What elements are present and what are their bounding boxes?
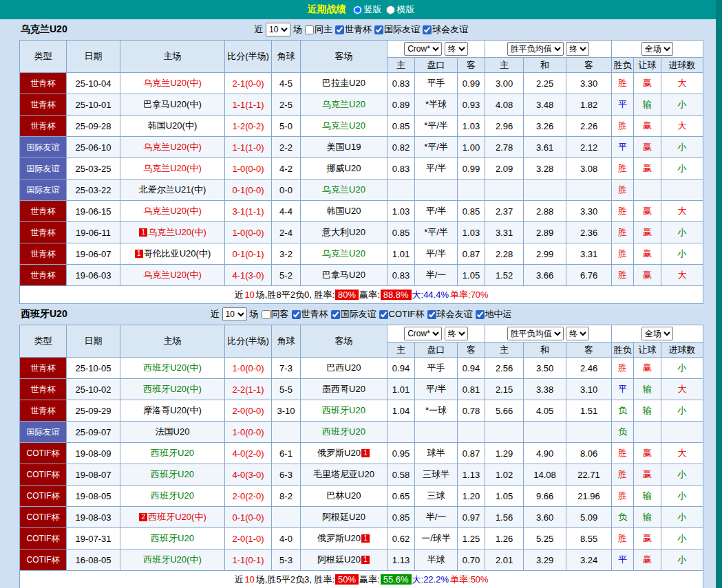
home-team-cell[interactable]: 2西班牙U20(中)	[120, 507, 225, 528]
wdl-average-select[interactable]: 胜平负均值	[507, 327, 564, 340]
home-team-cell[interactable]: 1乌克兰U20(中)	[120, 222, 225, 243]
score-cell[interactable]: 4-0(3-0)	[225, 464, 272, 486]
intl-friendly-checkbox[interactable]	[374, 25, 383, 34]
filter-world-youth-cup[interactable]: 世青杯	[335, 23, 372, 36]
away-team-cell[interactable]: 意大利U20	[301, 222, 387, 243]
filter-world-youth-cup[interactable]: 世青杯	[292, 308, 328, 320]
home-team-cell[interactable]: 西班牙U20	[120, 443, 225, 464]
score-cell[interactable]: 1-1(0-1)	[225, 549, 272, 571]
away-team-cell[interactable]: 乌克兰U20	[301, 94, 387, 116]
filter-club-friendly[interactable]: 球会友谊	[423, 23, 468, 36]
away-team-cell[interactable]: 巴林U20	[301, 486, 387, 507]
filter-cotif-cup[interactable]: COTIF杯	[379, 308, 425, 320]
score-cell[interactable]: 1-0(0-0)	[225, 222, 272, 243]
home-team-cell[interactable]: 巴拿马U20(中)	[120, 94, 225, 116]
world-youth-cup-checkbox[interactable]	[335, 25, 344, 34]
club-friendly-checkbox[interactable]	[427, 310, 436, 319]
away-team-cell[interactable]: 西班牙U20	[301, 400, 387, 422]
away-team-cell[interactable]: 毛里塔尼亚U20	[301, 464, 387, 486]
layout-portrait-option[interactable]: 竖版	[353, 3, 382, 16]
score-cell[interactable]: 0-1(0-1)	[225, 243, 272, 265]
score-cell[interactable]: 2-0(2-0)	[225, 486, 272, 507]
score-cell[interactable]: 4-0(2-0)	[225, 443, 272, 464]
home-team-cell[interactable]: 乌克兰U20(中)	[120, 73, 225, 94]
score-cell[interactable]: 1-0(0-0)	[225, 158, 272, 179]
odds-stage-select[interactable]: 终	[445, 42, 468, 56]
home-team-cell[interactable]: 法国U20	[120, 422, 225, 443]
team-name-text: 乌克兰U20(中)	[143, 206, 202, 216]
home-team-cell[interactable]: 西班牙U20(中)	[120, 358, 225, 379]
home-team-cell[interactable]: 北爱尔兰U21(中)	[120, 179, 225, 201]
away-team-cell[interactable]: 美国U19	[301, 137, 387, 158]
score-cell[interactable]: 1-1(1-0)	[225, 137, 272, 158]
landscape-radio[interactable]	[386, 6, 395, 14]
score-cell[interactable]: 0-1(0-0)	[225, 179, 272, 201]
score-cell[interactable]: 1-1(1-1)	[225, 94, 272, 116]
filter-mediterranean-games[interactable]: 地中运	[476, 308, 512, 320]
home-team-cell[interactable]: 乌克兰U20(中)	[120, 201, 225, 222]
away-team-cell[interactable]: 挪威U20	[301, 158, 387, 179]
filter-intl-friendly[interactable]: 国际友谊	[374, 23, 420, 36]
home-team-cell[interactable]: 西班牙U20	[120, 528, 225, 549]
odds-stage-select[interactable]: 终	[445, 327, 468, 340]
home-team-cell[interactable]: 西班牙U20	[120, 486, 225, 507]
score-cell[interactable]: 4-1(3-0)	[225, 265, 272, 286]
away-team-cell[interactable]: 阿根廷U201	[301, 549, 387, 571]
score-cell[interactable]: 2-1(0-0)	[225, 73, 272, 94]
away-team-cell[interactable]: 阿根廷U20	[301, 507, 387, 528]
home-team-cell[interactable]: 1哥伦比亚U20(中)	[120, 243, 225, 265]
filter-intl-friendly[interactable]: 国际友谊	[331, 308, 376, 320]
world-youth-cup-checkbox[interactable]	[292, 310, 301, 319]
filter-same-home[interactable]: 同主	[305, 23, 332, 36]
date-cell: 19-06-15	[67, 201, 120, 222]
filter-club-friendly[interactable]: 球会友谊	[427, 308, 473, 320]
score-cell[interactable]: 2-2(1-1)	[225, 379, 272, 400]
score-cell[interactable]: 2-0(0-0)	[225, 400, 272, 422]
score-cell[interactable]: 0-1(0-0)	[225, 507, 272, 528]
cotif-cup-checkbox[interactable]	[379, 310, 388, 319]
match-row: 国际友谊25-09-07法国U201-0(0-0)西班牙U20负	[20, 422, 703, 443]
away-team-cell[interactable]: 巴拿马U20	[301, 265, 387, 286]
odds-company-select[interactable]: Crow*	[404, 327, 442, 340]
score-cell[interactable]: 1-0(0-0)	[225, 358, 272, 379]
score-cell[interactable]: 2-0(1-0)	[225, 528, 272, 549]
home-team-cell[interactable]: 摩洛哥U20(中)	[120, 400, 225, 422]
score-cell[interactable]: 1-2(0-2)	[225, 116, 272, 137]
away-team-cell[interactable]: 乌克兰U20	[301, 243, 387, 265]
away-team-cell[interactable]: 韩国U20	[301, 201, 387, 222]
odds-company-select[interactable]: Crow*	[404, 42, 442, 56]
home-team-cell[interactable]: 乌克兰U20(中)	[120, 265, 225, 286]
away-team-cell[interactable]: 乌克兰U20	[301, 179, 387, 201]
same-home-checkbox[interactable]	[305, 25, 314, 34]
home-team-cell[interactable]: 西班牙U20	[120, 464, 225, 486]
home-team-cell[interactable]: 西班牙U20(中)	[120, 549, 225, 571]
away-team-cell[interactable]: 乌克兰U20	[301, 116, 387, 137]
same-away-checkbox[interactable]	[262, 310, 270, 319]
summary-segment: 赢率:	[359, 574, 381, 586]
home-team-cell[interactable]: 西班牙U20(中)	[120, 379, 225, 400]
away-team-cell[interactable]: 巴西U20	[301, 358, 387, 379]
away-team-cell[interactable]: 俄罗斯U201	[301, 528, 387, 549]
away-team-cell[interactable]: 俄罗斯U201	[301, 443, 387, 464]
wdl-stage-select[interactable]: 终	[566, 42, 589, 56]
score-cell[interactable]: 1-0(0-0)	[225, 422, 272, 443]
away-team-cell[interactable]: 墨西哥U20	[301, 379, 387, 400]
home-team-cell[interactable]: 韩国U20(中)	[120, 116, 225, 137]
scope-select[interactable]: 全场	[641, 42, 673, 56]
intl-friendly-checkbox[interactable]	[331, 310, 340, 319]
score-cell[interactable]: 3-1(1-1)	[225, 201, 272, 222]
match-count-select[interactable]: 10	[266, 23, 290, 36]
portrait-radio[interactable]	[353, 6, 362, 14]
match-count-select[interactable]: 10	[222, 307, 247, 321]
home-team-cell[interactable]: 乌克兰U20(中)	[120, 158, 225, 179]
away-team-cell[interactable]: 西班牙U20	[301, 422, 387, 443]
away-team-cell[interactable]: 巴拉圭U20	[301, 73, 387, 94]
mediterranean-games-checkbox[interactable]	[476, 310, 485, 319]
layout-landscape-option[interactable]: 横版	[386, 3, 415, 16]
filter-same-away[interactable]: 同客	[262, 308, 289, 320]
wdl-average-select[interactable]: 胜平负均值	[507, 42, 564, 56]
wdl-stage-select[interactable]: 终	[566, 327, 589, 340]
club-friendly-checkbox[interactable]	[423, 25, 432, 34]
home-team-cell[interactable]: 乌克兰U20(中)	[120, 137, 225, 158]
scope-select[interactable]: 全场	[641, 327, 673, 340]
